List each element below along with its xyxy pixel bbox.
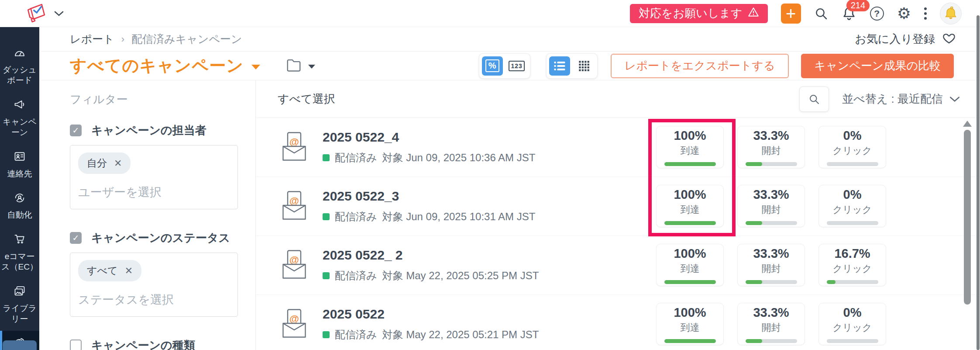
campaign-row[interactable]: @ 2025 0522 配信済み 対象 May 22, 2025 05:21 P… (256, 295, 980, 350)
filter-checkbox[interactable] (70, 340, 82, 350)
scroll-up-arrow-icon[interactable] (963, 121, 972, 127)
stat-value: 16.7% (834, 246, 870, 261)
chip-remove-icon[interactable]: ✕ (114, 158, 122, 169)
sidebar-item-ecommerce[interactable]: eコマース（EC） (0, 227, 39, 279)
search-icon[interactable] (814, 7, 828, 21)
more-options-kebab-icon[interactable] (924, 7, 927, 20)
stat-card[interactable]: 0% クリック (818, 185, 886, 227)
stat-card[interactable]: 33.3% 開封 (737, 303, 805, 345)
compare-campaigns-button[interactable]: キャンペーン成果の比較 (801, 54, 954, 78)
campaign-status: 配信済み (335, 328, 377, 342)
list-view-button[interactable] (549, 56, 570, 76)
campaign-stats: 100% 到達 33.3% 開封 0% クリック (656, 303, 886, 345)
scrollbar-thumb[interactable] (964, 130, 971, 305)
stat-card[interactable]: 100% 到達 (656, 303, 724, 345)
stat-card[interactable]: 0% クリック (818, 126, 886, 168)
list-search-button[interactable] (799, 87, 829, 112)
percent-view-button[interactable]: % (482, 56, 503, 76)
stat-card[interactable]: 33.3% 開封 (737, 126, 805, 168)
campaign-title[interactable]: 2025 0522_4 (323, 130, 535, 145)
help-icon[interactable]: ? (870, 7, 884, 21)
notifications-bell-icon[interactable]: 214 (841, 6, 857, 21)
stat-card[interactable]: 100% 到達 (656, 126, 724, 168)
breadcrumb-section[interactable]: レポート (70, 32, 114, 46)
sort-label: 並べ替え : 最近配信 (842, 91, 943, 107)
action-required-button[interactable]: 対応をお願いします (630, 4, 768, 23)
folder-selector[interactable] (285, 57, 315, 75)
status-square-icon (323, 154, 330, 161)
status-square-icon (323, 331, 330, 338)
topbar: 対応をお願いします + 214 ? ⚙ (0, 0, 980, 27)
filter-select-box[interactable]: すべて ✕ ステータスを選択 (70, 253, 238, 317)
stat-value: 100% (674, 128, 706, 143)
grid-view-button[interactable] (574, 56, 595, 76)
filter-checkbox[interactable]: ✓ (70, 125, 82, 136)
select-all-link[interactable]: すべて選択 (278, 91, 335, 107)
stat-card[interactable]: 16.7% クリック (818, 244, 886, 286)
filter-placeholder: ステータスを選択 (78, 292, 230, 308)
magnifier-icon (808, 93, 820, 105)
stat-card[interactable]: 33.3% 開封 (737, 185, 805, 227)
sidebar-item-campaigns[interactable]: キャンペーン (0, 92, 39, 144)
stat-progress-bar (664, 339, 716, 343)
campaign-stats: 100% 到達 33.3% 開封 0% クリック (656, 126, 886, 168)
stat-card[interactable]: 100% 到達 (656, 244, 724, 286)
dashboard-icon (14, 46, 26, 62)
sidebar-item-dashboard[interactable]: ダッシュボード (0, 40, 39, 92)
email-campaign-icon: @ (280, 308, 309, 341)
stat-progress-bar (664, 221, 716, 225)
stat-value: 100% (674, 187, 706, 202)
email-campaign-icon: @ (280, 131, 309, 164)
status-square-icon (323, 213, 330, 220)
stat-label: 開封 (762, 262, 781, 275)
email-campaign-icon: @ (280, 249, 309, 282)
stat-card[interactable]: 0% クリック (818, 303, 886, 345)
campaign-meta: 配信済み 対象 Jun 09, 2025 10:36 AM JST (323, 151, 535, 165)
filter-select-box[interactable]: 自分 ✕ ユーザーを選択 (70, 145, 238, 209)
stat-value: 33.3% (753, 187, 789, 202)
campaign-view-selector[interactable]: すべてのキャンペーン (70, 55, 260, 77)
campaign-status: 配信済み (335, 210, 377, 224)
campaign-meta: 配信済み 対象 May 22, 2025 05:25 PM JST (323, 269, 539, 283)
stat-card[interactable]: 100% 到達 (656, 185, 724, 227)
org-switcher-chevron-icon[interactable] (54, 10, 64, 18)
campaign-list-panel: すべて選択 並べ替え : 最近配信 @ (256, 80, 980, 350)
campaign-row[interactable]: @ 2025 0522_4 配信済み 対象 Jun 09, 2025 10:36… (256, 118, 980, 177)
filter-chip: すべて ✕ (78, 260, 141, 281)
stat-value: 100% (674, 246, 706, 261)
sort-chevron-icon (949, 96, 960, 103)
stat-label: クリック (832, 321, 872, 334)
sidebar-item-automation[interactable]: 自動化 (0, 186, 39, 227)
campaign-title[interactable]: 2025 0522_3 (323, 189, 535, 204)
zoho-campaigns-logo-icon[interactable] (24, 2, 48, 25)
page-scrollbar[interactable] (977, 15, 980, 350)
sidebar-item-contacts[interactable]: 連絡先 (0, 144, 39, 185)
export-report-button[interactable]: レポートをエクスポートする (611, 54, 789, 78)
filter-panel: フィルター ✓ キャンペーンの担当者 自分 ✕ ユーザーを選択 ✓ キャンペーン… (39, 80, 256, 350)
stat-card[interactable]: 33.3% 開封 (737, 244, 805, 286)
sort-selector[interactable]: 並べ替え : 最近配信 (842, 91, 960, 107)
campaign-target-date: 対象 Jun 09, 2025 10:31 AM JST (382, 210, 536, 224)
filter-checkbox[interactable]: ✓ (70, 232, 82, 244)
filter-label: キャンペーンのステータス (91, 230, 230, 246)
stat-label: クリック (832, 262, 872, 275)
settings-gear-icon[interactable]: ⚙ (897, 4, 911, 23)
user-avatar[interactable] (940, 3, 962, 24)
sidebar-item-library[interactable]: ライブラリー (0, 279, 39, 331)
chip-remove-icon[interactable]: ✕ (125, 265, 133, 277)
number-view-button[interactable]: 123 (506, 56, 527, 76)
stat-label: クリック (832, 144, 872, 157)
campaign-row[interactable]: @ 2025 0522_3 配信済み 対象 Jun 09, 2025 10:31… (256, 177, 980, 236)
stat-progress-bar (827, 339, 878, 343)
breadcrumb-separator: › (121, 34, 124, 45)
stat-value: 100% (674, 305, 706, 320)
stat-value: 33.3% (753, 305, 789, 320)
campaign-title[interactable]: 2025 0522 (323, 307, 539, 322)
favorite-heart-icon[interactable] (942, 31, 956, 47)
campaign-status: 配信済み (335, 269, 377, 283)
filter-label: キャンペーンの種類 (91, 338, 195, 350)
svg-text:@: @ (289, 313, 299, 324)
create-new-button[interactable]: + (781, 3, 801, 24)
campaign-row[interactable]: @ 2025 0522_ 2 配信済み 対象 May 22, 2025 05:2… (256, 236, 980, 295)
campaign-title[interactable]: 2025 0522_ 2 (323, 248, 539, 263)
